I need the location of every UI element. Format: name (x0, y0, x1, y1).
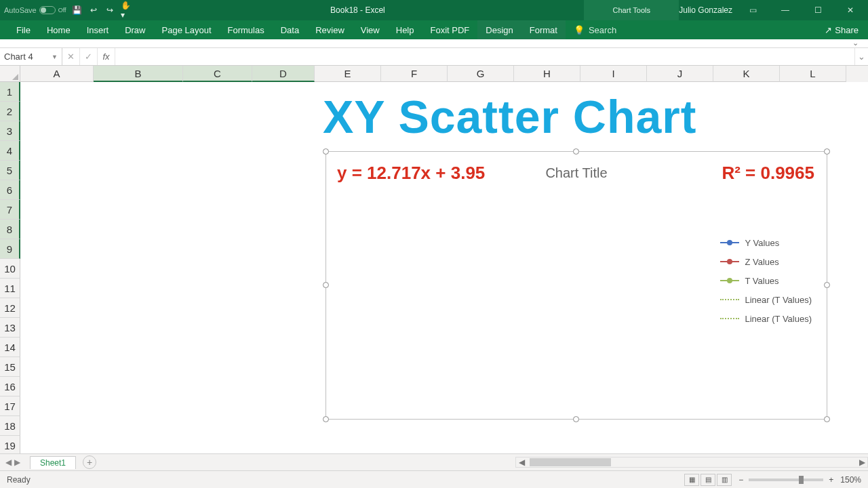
maximize-icon[interactable]: ☐ (806, 0, 830, 20)
row-header[interactable]: 2 (0, 102, 20, 121)
resize-handle[interactable] (824, 282, 830, 288)
insert-function-icon[interactable]: fx (98, 48, 115, 65)
row-headers[interactable]: 12345678910111213141516171819 (0, 82, 20, 453)
row-header[interactable]: 8 (0, 220, 20, 239)
page-layout-view-icon[interactable]: ▤ (701, 474, 715, 486)
close-icon[interactable]: ✕ (838, 0, 863, 20)
tab-review[interactable]: Review (307, 20, 353, 39)
legend-item[interactable]: T Values (720, 271, 812, 290)
column-header[interactable]: J (647, 66, 713, 82)
tab-scroll-left-icon[interactable]: ◀ (5, 458, 12, 467)
expand-ribbon-icon[interactable]: ⌄ (852, 39, 859, 47)
touch-mode-icon[interactable]: ✋▾ (121, 5, 132, 16)
redo-icon[interactable]: ↪ (104, 5, 115, 16)
scroll-left-icon[interactable]: ◀ (516, 458, 527, 467)
legend-item[interactable]: Y Values (720, 233, 812, 252)
scroll-right-icon[interactable]: ▶ (856, 458, 867, 467)
autosave-toggle[interactable]: AutoSave Off (4, 6, 66, 14)
tab-home[interactable]: Home (39, 20, 79, 39)
expand-formula-bar-icon[interactable]: ⌄ (854, 48, 868, 65)
row-header[interactable]: 18 (0, 416, 20, 436)
tab-view[interactable]: View (353, 20, 388, 39)
trendline-equation[interactable]: y = 12.717x + 3.95 (337, 163, 485, 184)
name-box[interactable]: Chart 4▼ (0, 48, 62, 65)
tab-insert[interactable]: Insert (79, 20, 117, 39)
row-header[interactable]: 17 (0, 396, 20, 416)
row-header[interactable]: 5 (0, 161, 20, 180)
page-break-view-icon[interactable]: ▥ (717, 474, 732, 486)
worksheet-grid[interactable]: ABCDEFGHIJKL 123456789101112131415161718… (0, 66, 868, 453)
resize-handle[interactable] (323, 282, 329, 288)
plot-area[interactable] (366, 198, 664, 389)
chart-title[interactable]: Chart Title (545, 165, 607, 181)
save-icon[interactable]: 💾 (72, 5, 83, 16)
row-header[interactable]: 3 (0, 121, 20, 141)
resize-handle[interactable] (573, 416, 579, 422)
sheet-tab[interactable]: Sheet1 (30, 456, 76, 469)
zoom-in-icon[interactable]: + (829, 475, 833, 485)
tab-help[interactable]: Help (388, 20, 422, 39)
undo-icon[interactable]: ↩ (88, 5, 99, 16)
row-header[interactable]: 10 (0, 259, 20, 279)
resize-handle[interactable] (824, 416, 830, 422)
row-header[interactable]: 14 (0, 338, 20, 357)
resize-handle[interactable] (323, 148, 329, 155)
column-header[interactable]: G (448, 66, 514, 82)
chevron-down-icon[interactable]: ▼ (52, 54, 58, 60)
tab-data[interactable]: Data (273, 20, 307, 39)
zoom-out-icon[interactable]: − (738, 475, 743, 485)
resize-handle[interactable] (824, 148, 830, 155)
tab-format[interactable]: Format (521, 20, 566, 39)
horizontal-scrollbar[interactable]: ◀ ▶ (515, 457, 868, 468)
column-header[interactable]: D (252, 66, 315, 82)
tab-draw[interactable]: Draw (117, 20, 153, 39)
row-header[interactable]: 13 (0, 318, 20, 338)
user-name[interactable]: Julio Gonzalez (679, 5, 732, 15)
ribbon-options-icon[interactable]: ▭ (741, 0, 765, 20)
normal-view-icon[interactable]: ▦ (684, 474, 699, 486)
new-sheet-button[interactable]: + (83, 455, 96, 469)
tab-foxit-pdf[interactable]: Foxit PDF (422, 20, 478, 39)
row-header[interactable]: 12 (0, 298, 20, 318)
scrollbar-thumb[interactable] (530, 458, 611, 466)
row-header[interactable]: 7 (0, 200, 20, 220)
tab-page-layout[interactable]: Page Layout (154, 20, 220, 39)
column-header[interactable]: C (183, 66, 252, 82)
chart-object[interactable]: y = 12.717x + 3.95 Chart Title R² = 0.99… (326, 151, 827, 420)
minimize-icon[interactable]: — (773, 0, 797, 20)
row-header[interactable]: 11 (0, 279, 20, 298)
column-header[interactable]: F (381, 66, 448, 82)
share-button[interactable]: ↗ Share (815, 20, 868, 39)
tell-me-search[interactable]: 💡 Search (566, 20, 625, 39)
legend-item[interactable]: Z Values (720, 252, 812, 271)
legend-item[interactable]: Linear (T Values) (720, 290, 812, 309)
zoom-slider[interactable] (749, 479, 823, 481)
enter-formula-icon[interactable]: ✓ (80, 48, 98, 65)
column-header[interactable]: H (514, 66, 580, 82)
row-header[interactable]: 1 (0, 82, 20, 102)
row-header[interactable]: 15 (0, 357, 20, 377)
trendline-r2[interactable]: R² = 0.9965 (722, 163, 814, 184)
select-all-corner[interactable] (0, 66, 20, 82)
row-header[interactable]: 9 (0, 239, 20, 259)
resize-handle[interactable] (323, 416, 329, 422)
column-header[interactable]: K (713, 66, 780, 82)
column-header[interactable]: A (20, 66, 94, 82)
tab-design[interactable]: Design (477, 20, 521, 39)
chart-legend[interactable]: Y Values Z Values T Values Linear (T Val… (720, 233, 812, 328)
resize-handle[interactable] (573, 148, 579, 155)
tab-formulas[interactable]: Formulas (220, 20, 273, 39)
row-header[interactable]: 16 (0, 377, 20, 396)
column-headers[interactable]: ABCDEFGHIJKL (20, 66, 868, 82)
column-header[interactable]: I (580, 66, 647, 82)
row-header[interactable]: 4 (0, 141, 20, 161)
column-header[interactable]: B (94, 66, 183, 82)
tab-file[interactable]: File (8, 20, 39, 39)
zoom-level[interactable]: 150% (840, 475, 861, 485)
formula-input[interactable] (115, 48, 854, 65)
tab-scroll-right-icon[interactable]: ▶ (14, 458, 20, 467)
column-header[interactable]: E (315, 66, 381, 82)
legend-item[interactable]: Linear (T Values) (720, 309, 812, 328)
cancel-formula-icon[interactable]: ✕ (62, 48, 80, 65)
row-header[interactable]: 19 (0, 436, 20, 453)
